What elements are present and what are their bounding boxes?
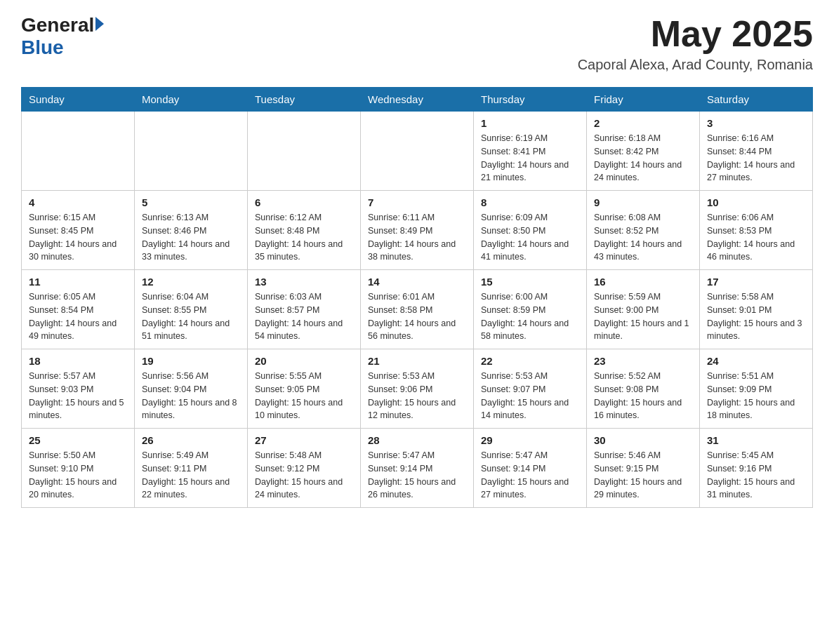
day-number: 31: [707, 434, 805, 446]
day-detail: Sunrise: 6:08 AMSunset: 8:52 PMDaylight:…: [594, 211, 692, 264]
calendar-week-row: 4Sunrise: 6:15 AMSunset: 8:45 PMDaylight…: [22, 191, 813, 270]
calendar-day-cell: 11Sunrise: 6:05 AMSunset: 8:54 PMDayligh…: [22, 270, 135, 349]
day-detail: Sunrise: 6:00 AMSunset: 8:59 PMDaylight:…: [481, 290, 579, 343]
day-number: 22: [481, 355, 579, 367]
day-number: 28: [368, 434, 466, 446]
page-header: General Blue May 2025 Caporal Alexa, Ara…: [21, 14, 813, 73]
day-number: 25: [29, 434, 127, 446]
day-detail: Sunrise: 5:57 AMSunset: 9:03 PMDaylight:…: [29, 370, 127, 422]
day-detail: Sunrise: 6:16 AMSunset: 8:44 PMDaylight:…: [707, 132, 805, 185]
day-number: 8: [481, 196, 579, 208]
day-detail: Sunrise: 5:51 AMSunset: 9:09 PMDaylight:…: [707, 370, 805, 422]
day-detail: Sunrise: 5:50 AMSunset: 9:10 PMDaylight:…: [29, 449, 127, 502]
day-detail: Sunrise: 5:58 AMSunset: 9:01 PMDaylight:…: [707, 290, 805, 343]
day-number: 16: [594, 276, 692, 288]
day-detail: Sunrise: 5:45 AMSunset: 9:16 PMDaylight:…: [707, 449, 805, 502]
calendar-day-cell: 25Sunrise: 5:50 AMSunset: 9:10 PMDayligh…: [22, 429, 135, 508]
title-block: May 2025 Caporal Alexa, Arad County, Rom…: [578, 14, 813, 73]
calendar-empty-cell: [248, 112, 361, 191]
day-number: 19: [142, 355, 240, 367]
calendar-empty-cell: [361, 112, 474, 191]
day-number: 24: [707, 355, 805, 367]
day-detail: Sunrise: 6:05 AMSunset: 8:54 PMDaylight:…: [29, 290, 127, 343]
calendar-day-cell: 22Sunrise: 5:53 AMSunset: 9:07 PMDayligh…: [474, 349, 587, 429]
calendar-day-cell: 2Sunrise: 6:18 AMSunset: 8:42 PMDaylight…: [587, 112, 700, 191]
day-detail: Sunrise: 6:01 AMSunset: 8:58 PMDaylight:…: [368, 290, 466, 343]
day-detail: Sunrise: 6:15 AMSunset: 8:45 PMDaylight:…: [29, 211, 127, 264]
calendar-day-cell: 7Sunrise: 6:11 AMSunset: 8:49 PMDaylight…: [361, 191, 474, 270]
calendar-day-cell: 30Sunrise: 5:46 AMSunset: 9:15 PMDayligh…: [587, 429, 700, 508]
weekday-header-friday: Friday: [587, 88, 700, 112]
weekday-header-wednesday: Wednesday: [361, 88, 474, 112]
calendar-day-cell: 27Sunrise: 5:48 AMSunset: 9:12 PMDayligh…: [248, 429, 361, 508]
day-detail: Sunrise: 6:09 AMSunset: 8:50 PMDaylight:…: [481, 211, 579, 264]
calendar-week-row: 18Sunrise: 5:57 AMSunset: 9:03 PMDayligh…: [22, 349, 813, 429]
calendar-day-cell: 24Sunrise: 5:51 AMSunset: 9:09 PMDayligh…: [700, 349, 813, 429]
day-detail: Sunrise: 6:13 AMSunset: 8:46 PMDaylight:…: [142, 211, 240, 264]
calendar-day-cell: 13Sunrise: 6:03 AMSunset: 8:57 PMDayligh…: [248, 270, 361, 349]
day-number: 18: [29, 355, 127, 367]
day-detail: Sunrise: 5:59 AMSunset: 9:00 PMDaylight:…: [594, 290, 692, 343]
weekday-header-tuesday: Tuesday: [248, 88, 361, 112]
calendar-day-cell: 9Sunrise: 6:08 AMSunset: 8:52 PMDaylight…: [587, 191, 700, 270]
calendar-header-row: SundayMondayTuesdayWednesdayThursdayFrid…: [22, 88, 813, 112]
day-number: 7: [368, 196, 466, 208]
day-number: 30: [594, 434, 692, 446]
day-number: 11: [29, 276, 127, 288]
day-detail: Sunrise: 5:47 AMSunset: 9:14 PMDaylight:…: [368, 449, 466, 502]
month-title: May 2025: [578, 14, 813, 54]
calendar-day-cell: 10Sunrise: 6:06 AMSunset: 8:53 PMDayligh…: [700, 191, 813, 270]
calendar-day-cell: 23Sunrise: 5:52 AMSunset: 9:08 PMDayligh…: [587, 349, 700, 429]
day-detail: Sunrise: 5:53 AMSunset: 9:06 PMDaylight:…: [368, 370, 466, 422]
logo: General Blue: [21, 14, 104, 59]
day-number: 21: [368, 355, 466, 367]
calendar-day-cell: 28Sunrise: 5:47 AMSunset: 9:14 PMDayligh…: [361, 429, 474, 508]
calendar-empty-cell: [135, 112, 248, 191]
calendar-week-row: 11Sunrise: 6:05 AMSunset: 8:54 PMDayligh…: [22, 270, 813, 349]
day-detail: Sunrise: 6:18 AMSunset: 8:42 PMDaylight:…: [594, 132, 692, 185]
calendar-day-cell: 5Sunrise: 6:13 AMSunset: 8:46 PMDaylight…: [135, 191, 248, 270]
calendar-day-cell: 14Sunrise: 6:01 AMSunset: 8:58 PMDayligh…: [361, 270, 474, 349]
logo-arrow-icon: [95, 17, 104, 31]
calendar-week-row: 1Sunrise: 6:19 AMSunset: 8:41 PMDaylight…: [22, 112, 813, 191]
calendar-day-cell: 12Sunrise: 6:04 AMSunset: 8:55 PMDayligh…: [135, 270, 248, 349]
day-number: 12: [142, 276, 240, 288]
day-detail: Sunrise: 6:12 AMSunset: 8:48 PMDaylight:…: [255, 211, 353, 264]
day-detail: Sunrise: 6:06 AMSunset: 8:53 PMDaylight:…: [707, 211, 805, 264]
day-detail: Sunrise: 5:56 AMSunset: 9:04 PMDaylight:…: [142, 370, 240, 422]
calendar-day-cell: 17Sunrise: 5:58 AMSunset: 9:01 PMDayligh…: [700, 270, 813, 349]
day-detail: Sunrise: 6:04 AMSunset: 8:55 PMDaylight:…: [142, 290, 240, 343]
calendar-table: SundayMondayTuesdayWednesdayThursdayFrid…: [21, 87, 813, 508]
weekday-header-monday: Monday: [135, 88, 248, 112]
weekday-header-sunday: Sunday: [22, 88, 135, 112]
weekday-header-thursday: Thursday: [474, 88, 587, 112]
day-detail: Sunrise: 5:46 AMSunset: 9:15 PMDaylight:…: [594, 449, 692, 502]
day-detail: Sunrise: 6:11 AMSunset: 8:49 PMDaylight:…: [368, 211, 466, 264]
day-detail: Sunrise: 5:53 AMSunset: 9:07 PMDaylight:…: [481, 370, 579, 422]
day-number: 27: [255, 434, 353, 446]
day-detail: Sunrise: 5:52 AMSunset: 9:08 PMDaylight:…: [594, 370, 692, 422]
calendar-day-cell: 31Sunrise: 5:45 AMSunset: 9:16 PMDayligh…: [700, 429, 813, 508]
calendar-day-cell: 19Sunrise: 5:56 AMSunset: 9:04 PMDayligh…: [135, 349, 248, 429]
day-number: 17: [707, 276, 805, 288]
logo-blue-text: Blue: [21, 36, 64, 58]
calendar-day-cell: 4Sunrise: 6:15 AMSunset: 8:45 PMDaylight…: [22, 191, 135, 270]
day-number: 23: [594, 355, 692, 367]
day-number: 13: [255, 276, 353, 288]
day-detail: Sunrise: 5:49 AMSunset: 9:11 PMDaylight:…: [142, 449, 240, 502]
day-number: 3: [707, 117, 805, 129]
day-detail: Sunrise: 5:48 AMSunset: 9:12 PMDaylight:…: [255, 449, 353, 502]
day-detail: Sunrise: 5:47 AMSunset: 9:14 PMDaylight:…: [481, 449, 579, 502]
calendar-day-cell: 21Sunrise: 5:53 AMSunset: 9:06 PMDayligh…: [361, 349, 474, 429]
calendar-day-cell: 1Sunrise: 6:19 AMSunset: 8:41 PMDaylight…: [474, 112, 587, 191]
day-number: 20: [255, 355, 353, 367]
calendar-day-cell: 26Sunrise: 5:49 AMSunset: 9:11 PMDayligh…: [135, 429, 248, 508]
day-number: 15: [481, 276, 579, 288]
day-number: 2: [594, 117, 692, 129]
weekday-header-saturday: Saturday: [700, 88, 813, 112]
day-detail: Sunrise: 5:55 AMSunset: 9:05 PMDaylight:…: [255, 370, 353, 422]
day-number: 1: [481, 117, 579, 129]
calendar-empty-cell: [22, 112, 135, 191]
day-number: 9: [594, 196, 692, 208]
day-number: 14: [368, 276, 466, 288]
